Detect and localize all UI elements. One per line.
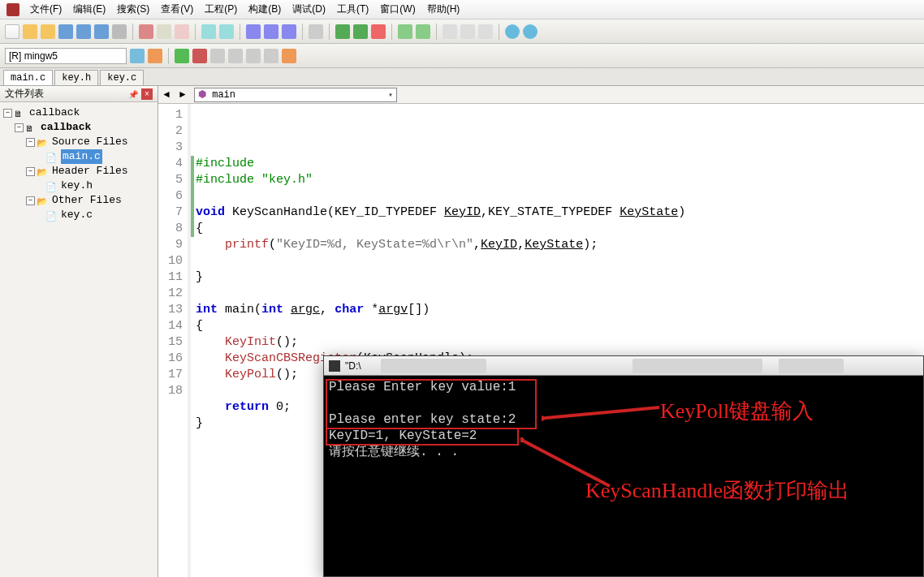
paste-icon[interactable]	[175, 24, 189, 39]
toggle-icon[interactable]	[309, 24, 323, 39]
tree-toggle-icon[interactable]: −	[26, 138, 35, 147]
annotation-box-1	[326, 379, 537, 429]
menu-file[interactable]: 文件(F)	[24, 1, 67, 18]
arrow-icon	[542, 403, 663, 428]
tree-folder-header[interactable]: − Header Files	[3, 164, 154, 179]
file-icon	[45, 180, 58, 192]
bookmark-clear-icon[interactable]	[371, 24, 386, 39]
menu-edit[interactable]: 编辑(E)	[67, 1, 111, 18]
change-marker	[191, 156, 194, 237]
save-as-icon[interactable]	[94, 24, 109, 39]
new-icon[interactable]	[5, 24, 19, 39]
pin-icon[interactable]	[128, 88, 140, 100]
tree-toggle-icon[interactable]: −	[3, 109, 12, 118]
annotation-box-2	[326, 428, 519, 446]
tree-file-key-c[interactable]: key.c	[3, 208, 154, 222]
run-icon[interactable]	[175, 49, 189, 63]
tab-main-c[interactable]: main.c	[3, 70, 53, 85]
tree-toggle-icon[interactable]: −	[26, 167, 35, 176]
workspace-icon	[14, 107, 27, 118]
panel-close-icon[interactable]: ×	[141, 88, 153, 100]
tree-project-label: callback	[41, 120, 91, 135]
bookmark-next-icon[interactable]	[353, 24, 368, 39]
find-icon[interactable]	[246, 24, 261, 39]
open-project-icon[interactable]	[41, 24, 55, 39]
menubar: 文件(F) 编辑(E) 搜索(S) 查看(V) 工程(P) 构建(B) 调试(D…	[0, 0, 924, 19]
find-next-icon[interactable]	[264, 24, 278, 39]
nav-fwd-icon[interactable]	[416, 24, 430, 39]
menu-project[interactable]: 工程(P)	[199, 1, 243, 18]
build-target-select[interactable]	[5, 48, 127, 64]
panel-title-label: 文件列表	[5, 87, 44, 101]
tree-folder-source[interactable]: − Source Files	[3, 135, 154, 149]
tree-file-label: key.c	[61, 208, 93, 222]
open-icon[interactable]	[23, 24, 37, 39]
tree-folder-label: Header Files	[52, 164, 128, 179]
console-icon	[329, 360, 340, 372]
tree-file-label: main.c	[61, 149, 102, 164]
cut-icon[interactable]	[139, 24, 153, 39]
save-all-icon[interactable]	[76, 24, 91, 39]
menu-build[interactable]: 构建(B)	[243, 1, 287, 18]
menu-debug[interactable]: 调试(D)	[287, 1, 331, 18]
pause-icon[interactable]	[210, 49, 225, 63]
replace-icon[interactable]	[282, 24, 296, 39]
blurred-text	[381, 359, 486, 373]
indent-dec-icon[interactable]	[443, 24, 457, 39]
function-bar: ◄ ► ⬢ main	[158, 86, 924, 104]
menu-window[interactable]: 窗口(W)	[374, 1, 421, 18]
menu-tools[interactable]: 工具(T)	[331, 1, 374, 18]
tab-key-h[interactable]: key.h	[54, 70, 98, 85]
nav-prev-icon[interactable]: ◄	[162, 88, 175, 101]
print-icon[interactable]	[112, 24, 127, 39]
menu-view[interactable]: 查看(V)	[155, 1, 199, 18]
folder-icon	[37, 195, 50, 206]
tree-workspace-label: callback	[29, 105, 80, 120]
tab-key-c[interactable]: key.c	[100, 70, 144, 85]
tree-folder-label: Other Files	[52, 193, 122, 208]
folder-icon	[37, 166, 50, 177]
step-over-icon[interactable]	[228, 49, 243, 63]
file-tree: − callback − callback − Source Files mai	[0, 102, 158, 226]
tree-project[interactable]: − callback	[3, 120, 154, 135]
nav-back-icon[interactable]	[398, 24, 412, 39]
function-dropdown-label: ⬢ main	[198, 88, 235, 101]
project-icon	[25, 122, 38, 133]
step-out-icon[interactable]	[264, 49, 278, 63]
annotation-text-2: KeyScanHandle函数打印输出	[585, 476, 910, 505]
console-titlebar[interactable]: "D:\	[324, 356, 923, 376]
undo-icon[interactable]	[201, 24, 216, 39]
bookmark-icon[interactable]	[335, 24, 350, 39]
annotation-text-1: KeyPoll键盘输入	[660, 397, 814, 425]
blurred-text	[779, 359, 844, 373]
config-icon[interactable]	[148, 49, 162, 63]
tree-file-key-h[interactable]: key.h	[3, 179, 154, 193]
menu-search[interactable]: 搜索(S)	[111, 1, 155, 18]
console-title-text: "D:\	[345, 360, 361, 372]
comment-icon[interactable]	[478, 24, 493, 39]
stop-icon[interactable]	[192, 49, 207, 63]
tree-toggle-icon[interactable]: −	[15, 123, 24, 132]
function-dropdown[interactable]: ⬢ main	[194, 88, 397, 102]
copy-icon[interactable]	[157, 24, 171, 39]
breakpoint-icon[interactable]	[282, 49, 296, 63]
tree-file-main-c[interactable]: main.c	[3, 149, 154, 164]
sidebar: 文件列表 × − callback − callback −	[0, 86, 158, 577]
indent-inc-icon[interactable]	[460, 24, 475, 39]
panel-title: 文件列表 ×	[0, 86, 158, 102]
tree-workspace[interactable]: − callback	[3, 105, 154, 120]
svg-line-1	[546, 407, 659, 418]
editor-tabs: main.c key.h key.c	[0, 68, 924, 86]
gutter: 123456789101112131415161718	[158, 104, 191, 577]
tree-toggle-icon[interactable]: −	[26, 196, 35, 205]
save-icon[interactable]	[58, 24, 73, 39]
refresh-icon[interactable]	[130, 49, 145, 63]
blurred-text	[633, 359, 762, 373]
about-icon[interactable]	[523, 24, 538, 39]
tree-folder-other[interactable]: − Other Files	[3, 193, 154, 208]
step-into-icon[interactable]	[246, 49, 261, 63]
redo-icon[interactable]	[219, 24, 234, 39]
help-icon[interactable]	[505, 24, 520, 39]
nav-next-icon[interactable]: ►	[178, 88, 191, 101]
menu-help[interactable]: 帮助(H)	[421, 1, 466, 18]
